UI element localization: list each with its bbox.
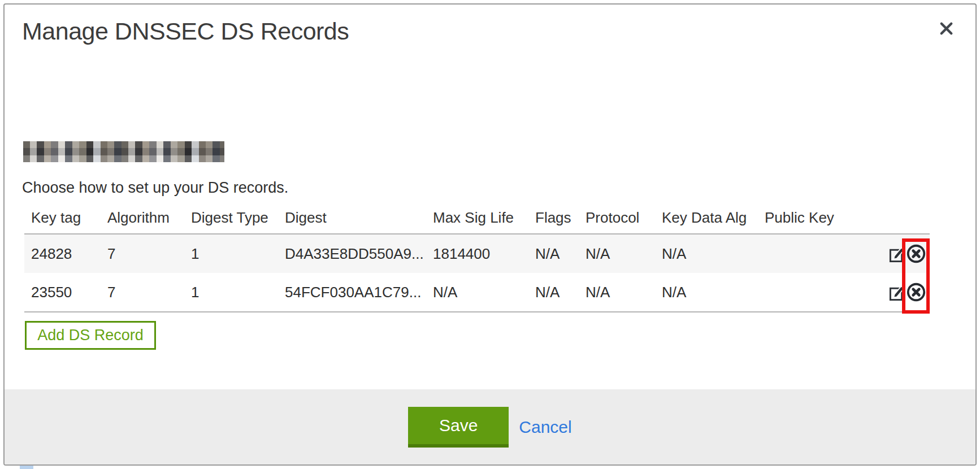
close-icon[interactable] — [935, 17, 957, 40]
cell-flags: N/A — [528, 273, 579, 312]
cell-public-key — [758, 234, 873, 273]
delete-record-icon[interactable] — [905, 281, 927, 303]
edit-record-icon[interactable] — [888, 245, 905, 263]
manage-dnssec-dialog: Manage DNSSEC DS Records Choose how to s… — [3, 3, 977, 466]
add-ds-record-button[interactable]: Add DS Record — [25, 321, 156, 350]
column-header-digest-type: Digest Type — [184, 202, 278, 234]
cell-algorithm: 7 — [101, 273, 184, 312]
delete-record-icon[interactable] — [905, 243, 927, 264]
page-background: Manage DNSSEC DS Records Choose how to s… — [0, 0, 980, 469]
ds-records-table: Key tag Algorithm Digest Type Digest Max… — [24, 202, 930, 312]
cell-public-key — [758, 273, 873, 312]
column-header-key-data-alg: Key Data Alg — [655, 202, 758, 234]
cell-max-sig-life: 1814400 — [426, 234, 528, 273]
column-header-digest: Digest — [278, 202, 426, 234]
cell-protocol: N/A — [579, 234, 655, 273]
column-header-actions — [873, 202, 930, 234]
column-header-protocol: Protocol — [579, 202, 655, 234]
cell-key-data-alg: N/A — [655, 234, 758, 273]
cell-key-tag: 23550 — [24, 273, 101, 312]
column-header-key-tag: Key tag — [24, 202, 101, 234]
dialog-title: Manage DNSSEC DS Records — [22, 18, 975, 45]
cell-key-tag: 24828 — [24, 234, 101, 273]
cell-digest: 54FCF030AA1C79... — [278, 273, 426, 312]
table-row: 23550 7 1 54FCF030AA1C79... N/A N/A N/A … — [24, 273, 930, 312]
cell-key-data-alg: N/A — [655, 273, 758, 312]
dialog-footer: Save Cancel — [5, 389, 975, 464]
table-row: 24828 7 1 D4A33E8DD550A9... 1814400 N/A … — [24, 234, 930, 273]
column-header-public-key: Public Key — [758, 202, 873, 234]
column-header-max-sig-life: Max Sig Life — [426, 202, 528, 234]
cancel-link[interactable]: Cancel — [519, 418, 571, 437]
cell-algorithm: 7 — [101, 234, 184, 273]
cell-digest-type: 1 — [184, 234, 278, 273]
cell-max-sig-life: N/A — [426, 273, 528, 312]
cell-flags: N/A — [528, 234, 579, 273]
cell-protocol: N/A — [579, 273, 655, 312]
intro-text: Choose how to set up your DS records. — [22, 179, 975, 197]
edit-record-icon[interactable] — [888, 284, 905, 301]
background-page-artifact — [20, 465, 33, 469]
table-header-row: Key tag Algorithm Digest Type Digest Max… — [24, 202, 930, 234]
redacted-domain-text — [23, 141, 224, 162]
column-header-flags: Flags — [528, 202, 579, 234]
save-button[interactable]: Save — [408, 407, 509, 448]
cell-digest-type: 1 — [184, 273, 278, 312]
cell-digest: D4A33E8DD550A9... — [278, 234, 426, 273]
column-header-algorithm: Algorithm — [101, 202, 184, 234]
